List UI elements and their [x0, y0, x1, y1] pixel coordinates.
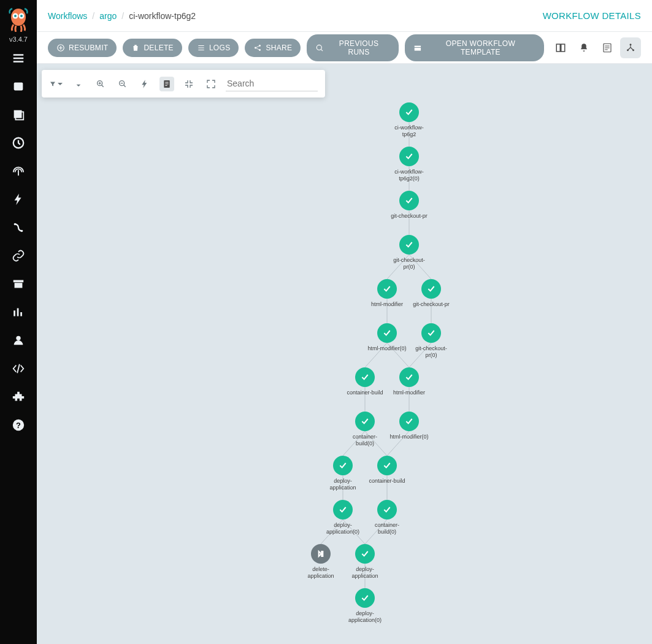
- workflow-node[interactable]: deploy-application: [343, 544, 386, 580]
- templates-icon[interactable]: [0, 101, 37, 129]
- check-icon[interactable]: [399, 147, 419, 166]
- svg-rect-22: [415, 48, 421, 51]
- workflow-node[interactable]: delete-application: [299, 544, 342, 580]
- svg-point-26: [630, 44, 632, 45]
- graph-icon[interactable]: [620, 37, 641, 58]
- node-label: ci-workflow-tp6g2: [388, 125, 431, 139]
- workflow-node[interactable]: git-checkout-pr(0): [410, 323, 453, 359]
- check-icon[interactable]: [399, 235, 419, 255]
- svg-point-20: [317, 45, 322, 50]
- check-icon[interactable]: [421, 323, 441, 343]
- help-icon[interactable]: ?: [0, 411, 37, 439]
- workflow-node[interactable]: container-build: [343, 367, 386, 396]
- columns-icon[interactable]: [550, 37, 571, 58]
- events-icon[interactable]: [0, 185, 37, 213]
- check-icon[interactable]: [377, 456, 397, 475]
- breadcrumb-namespace[interactable]: argo: [99, 11, 117, 21]
- workflow-node[interactable]: git-checkout-pr: [410, 279, 453, 308]
- check-icon[interactable]: [333, 456, 353, 475]
- archive-icon[interactable]: [0, 270, 37, 298]
- svg-text:?: ?: [16, 421, 21, 430]
- check-icon[interactable]: [355, 544, 375, 564]
- node-label: container-build(0): [343, 434, 386, 448]
- workflow-node[interactable]: deploy-application: [321, 456, 364, 492]
- workflows-icon[interactable]: [0, 72, 37, 101]
- workflow-node[interactable]: container-build: [366, 456, 408, 485]
- check-icon[interactable]: [399, 102, 419, 122]
- sidebar: v3.4.7 ?: [0, 0, 37, 644]
- svg-point-19: [259, 49, 261, 51]
- node-label: delete-application: [299, 566, 342, 580]
- check-icon[interactable]: [355, 588, 375, 608]
- check-icon[interactable]: [355, 367, 375, 387]
- actionbar: RESUBMIT DELETE LOGS SHARE PREVIOUS RUNS…: [37, 32, 652, 64]
- svg-rect-24: [561, 44, 565, 52]
- node-label: html-modifier: [388, 389, 431, 396]
- sensors-icon[interactable]: [0, 157, 37, 185]
- workflow-node[interactable]: html-modifier(0): [366, 323, 408, 352]
- workflow-node[interactable]: html-modifier: [366, 279, 408, 308]
- topbar: Workflows / argo / ci-workflow-tp6g2 WOR…: [37, 0, 652, 32]
- plugins-icon[interactable]: [0, 383, 37, 411]
- cron-icon[interactable]: [0, 129, 37, 157]
- resubmit-button[interactable]: RESUBMIT: [48, 39, 117, 57]
- links-icon[interactable]: [0, 242, 37, 270]
- check-icon[interactable]: [377, 279, 397, 299]
- api-icon[interactable]: [0, 355, 37, 383]
- check-icon[interactable]: [421, 279, 441, 299]
- workflow-node[interactable]: git-checkout-pr(0): [388, 235, 431, 271]
- workflow-node[interactable]: container-build(0): [343, 412, 386, 448]
- svg-point-4: [20, 15, 23, 17]
- node-label: html-modifier(0): [366, 345, 408, 352]
- node-label: ci-workflow-tp6g2(0): [388, 169, 431, 183]
- logs-button[interactable]: LOGS: [188, 39, 239, 57]
- check-icon[interactable]: [355, 412, 375, 431]
- summary-icon[interactable]: [597, 37, 618, 58]
- workflow-node[interactable]: html-modifier: [388, 367, 431, 396]
- breadcrumb-root[interactable]: Workflows: [48, 11, 87, 21]
- skip-icon[interactable]: [311, 544, 331, 564]
- node-label: container-build: [343, 389, 386, 396]
- node-label: deploy-application(0): [321, 522, 364, 536]
- timeline-icon[interactable]: [0, 44, 37, 72]
- svg-rect-23: [556, 44, 560, 52]
- check-icon[interactable]: [399, 191, 419, 210]
- svg-point-18: [259, 45, 261, 47]
- check-icon[interactable]: [377, 323, 397, 343]
- previous-runs-button[interactable]: PREVIOUS RUNS: [307, 34, 399, 61]
- svg-rect-5: [14, 83, 23, 91]
- check-icon[interactable]: [377, 500, 397, 519]
- check-icon[interactable]: [399, 367, 419, 387]
- version-label: v3.4.7: [7, 36, 29, 43]
- notifications-icon[interactable]: [573, 37, 594, 58]
- node-label: deploy-application(0): [343, 610, 386, 624]
- workflow-node[interactable]: container-build(0): [366, 500, 408, 536]
- check-icon[interactable]: [333, 500, 353, 519]
- svg-point-17: [255, 47, 256, 48]
- page-title: WORKFLOW DETAILS: [543, 10, 641, 21]
- user-icon[interactable]: [0, 326, 37, 355]
- open-template-button[interactable]: OPEN WORKFLOW TEMPLATE: [405, 34, 544, 61]
- node-label: git-checkout-pr: [388, 213, 431, 220]
- workflow-node[interactable]: git-checkout-pr: [388, 191, 431, 220]
- node-label: git-checkout-pr(0): [410, 345, 453, 359]
- breadcrumb: Workflows / argo / ci-workflow-tp6g2: [48, 11, 196, 21]
- svg-point-10: [21, 230, 23, 232]
- delete-button[interactable]: DELETE: [123, 39, 182, 57]
- workflow-node[interactable]: ci-workflow-tp6g2: [388, 102, 431, 139]
- svg-rect-12: [15, 283, 23, 288]
- logo: v3.4.7: [7, 5, 29, 44]
- workflow-node[interactable]: ci-workflow-tp6g2(0): [388, 147, 431, 183]
- check-icon[interactable]: [399, 412, 419, 431]
- hooks-icon[interactable]: [0, 213, 37, 242]
- workflow-node[interactable]: deploy-application(0): [343, 588, 386, 624]
- share-button[interactable]: SHARE: [245, 39, 301, 57]
- node-label: container-build(0): [366, 522, 408, 536]
- reports-icon[interactable]: [0, 298, 37, 326]
- graph-canvas[interactable]: ci-workflow-tp6g2ci-workflow-tp6g2(0)git…: [37, 64, 652, 644]
- workflow-node[interactable]: html-modifier(0): [388, 412, 431, 440]
- breadcrumb-name: ci-workflow-tp6g2: [129, 11, 196, 21]
- svg-rect-21: [415, 45, 421, 47]
- node-label: git-checkout-pr(0): [388, 257, 431, 271]
- workflow-node[interactable]: deploy-application(0): [321, 500, 364, 536]
